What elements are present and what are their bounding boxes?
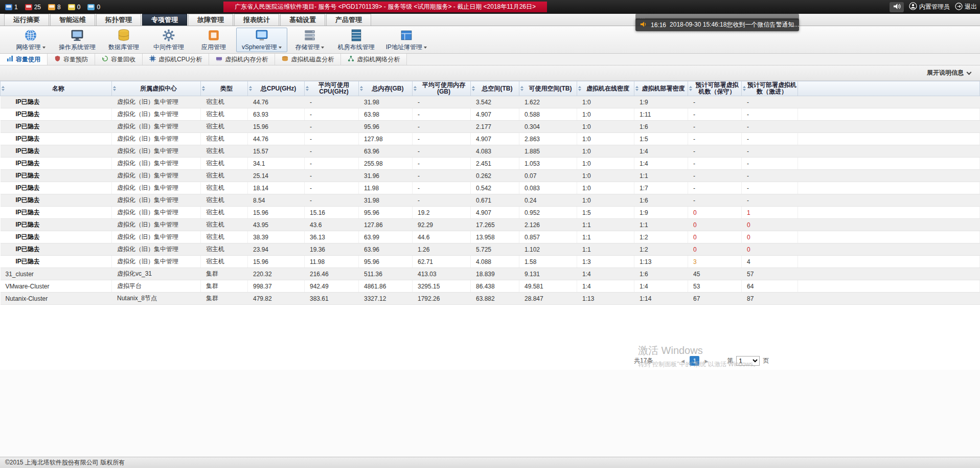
table-row[interactable]: IP已隐去虚拟化（旧）集中管理宿主机34.1-255.98-2.4511.053… [1,158,980,170]
subtab-vm-net[interactable]: 虚拟机网络分析 [341,54,407,65]
subtab-vm-disk[interactable]: 虚拟机磁盘分析 [275,54,341,65]
column-header[interactable]: 所属虚拟中心 [112,81,201,96]
data-cell: 3 [688,256,742,268]
alarm-count: 25 [34,4,41,11]
alarm-counter-critical-alarms[interactable]: 25 [25,4,41,11]
subtab-capacity-usage[interactable]: 容量使用 [0,54,48,65]
data-cell: 92.29 [413,219,471,231]
filler-cell [798,96,980,108]
data-cell: 34.1 [248,158,305,170]
name-cell: IP已隐去 [1,243,112,256]
toolbar-item-vsphere[interactable]: vSphere管理 [236,28,287,52]
topbar: 125800 广东省人民医院运维软件项目- 服务号 <PGD1701139> -… [0,0,980,14]
column-header[interactable]: 名称 [1,81,112,96]
data-cell: 3295.15 [413,280,471,293]
middleware-icon [162,29,175,42]
table-row[interactable]: IP已隐去虚拟化（旧）集中管理宿主机43.9543.6127.8692.2917… [1,219,980,231]
next-page-button[interactable]: ► [701,358,712,364]
caret-down-icon [42,47,45,49]
table-row[interactable]: IP已隐去虚拟化（旧）集中管理宿主机38.3936.1363.9944.613.… [1,231,980,243]
toolbar-item-os[interactable]: 操作系统管理 [53,28,101,52]
menu-tab-intelligent-ops[interactable]: 智能运维 [50,14,95,26]
table-row[interactable]: Nutanix-ClusterNutanix_8节点集群479.82383.61… [1,293,980,305]
menu-tab-run-summary[interactable]: 运行摘要 [4,14,49,26]
column-header[interactable]: 平均可使用CPU(GHz) [305,81,359,96]
column-header[interactable]: 预计可部署虚拟机数（激进） [742,81,798,96]
sort-icon [414,86,417,91]
subtab-vm-cpu[interactable]: 虚拟机CPU分析 [143,54,209,65]
data-cell: 1:14 [634,293,688,305]
column-label: 平均可使用内存(GB) [422,81,465,95]
user-menu[interactable]: 内置管理员 [909,2,950,12]
alarm-counter-minor-alarms[interactable]: 0 [68,4,81,11]
data-cell: - [413,194,471,207]
data-cell: 95.96 [359,121,413,133]
toolbar-item-database[interactable]: 数据库管理 [101,28,146,52]
column-header[interactable]: 总空间(TB) [471,81,519,96]
column-header[interactable]: 虚拟机在线密度 [577,81,634,96]
data-cell: 1.58 [519,256,577,268]
page-select[interactable]: 1 [736,356,760,366]
filler-cell [798,280,980,293]
column-header[interactable]: 虚拟机部署密度 [634,81,688,96]
current-page-button[interactable]: 1 [690,356,699,366]
table-row[interactable]: IP已隐去虚拟化（旧）集中管理宿主机15.9615.1695.9619.24.9… [1,207,980,219]
speaker-button[interactable] [890,2,904,12]
data-cell: 479.82 [248,293,305,305]
data-cell: 1:11 [634,108,688,121]
menu-tab-fault-mgmt[interactable]: 故障管理 [188,14,233,26]
menu-tab-basic-settings[interactable]: 基础设置 [280,14,325,26]
data-cell: 1:3 [577,256,634,268]
toolbar-item-app[interactable]: 应用管理 [191,28,236,52]
notification-toast[interactable]: 16:16 2018-09-30 15:46:18您收到一个微信告警通知... [635,18,799,31]
prev-page-button[interactable]: ◄ [677,358,688,364]
alarm-counter-info-alarms[interactable]: 0 [87,4,100,11]
data-cell: 28.847 [519,293,577,305]
table-row[interactable]: 31_cluster虚拟化vc_31集群220.32216.46511.3641… [1,268,980,280]
column-header[interactable]: 平均可使用内存(GB) [413,81,471,96]
expand-info-link[interactable]: 展开说明信息 [927,69,971,77]
toolbar-item-middleware[interactable]: 中间件管理 [146,28,191,52]
column-header[interactable]: 可使用空间(TB) [519,81,577,96]
logout-button[interactable]: 退出 [955,3,977,12]
column-header[interactable]: 类型 [201,81,248,96]
subtab-capacity-recycle[interactable]: 容量回收 [95,54,143,65]
column-header[interactable]: 总内存(GB) [359,81,413,96]
toolbar-item-storage[interactable]: 存储管理 [287,28,332,52]
menu-tab-report-stats[interactable]: 报表统计 [234,14,279,26]
table-row[interactable]: IP已隐去虚拟化（旧）集中管理宿主机44.76-31.98-3.5421.622… [1,96,980,108]
data-cell: - [742,96,798,108]
alarm-counter-device-events[interactable]: 1 [5,4,18,11]
name-cell: Nutanix-Cluster [1,293,112,305]
data-cell: 3327.12 [359,293,413,305]
data-cell: 1:4 [577,268,634,280]
data-cell: 1:2 [634,231,688,243]
table-row[interactable]: IP已隐去虚拟化（旧）集中管理宿主机63.93-63.98-4.9070.588… [1,108,980,121]
table-row[interactable]: IP已隐去虚拟化（旧）集中管理宿主机44.76-127.98-4.9072.86… [1,133,980,145]
table-row[interactable]: IP已隐去虚拟化（旧）集中管理宿主机25.14-31.96-0.2620.071… [1,170,980,182]
column-header[interactable]: 总CPU(GHz) [248,81,305,96]
project-banner: 广东省人民医院运维软件项目- 服务号 <PGD1701139> - 服务等级 <… [223,2,547,12]
data-cell: 4861.86 [359,280,413,293]
table-row[interactable]: IP已隐去虚拟化（旧）集中管理宿主机23.9419.3663.961.265.7… [1,243,980,256]
data-cell: 0.857 [519,231,577,243]
toolbar-item-ipbook[interactable]: IP地址簿管理 [380,28,432,52]
alarm-counter-major-alarms[interactable]: 8 [48,4,61,11]
table-row[interactable]: IP已隐去虚拟化（旧）集中管理宿主机15.96-95.96-2.1770.304… [1,121,980,133]
table-row[interactable]: IP已隐去虚拟化（旧）集中管理宿主机15.57-63.96-4.0831.885… [1,145,980,158]
toolbar-item-network[interactable]: 网络管理 [8,28,53,52]
toolbar-item-rack[interactable]: 机房布线管理 [332,28,380,52]
subtab-capacity-prevent[interactable]: 容量预防 [48,54,95,65]
table-row[interactable]: VMware-Cluster虚拟平台集群998.37942.494861.863… [1,280,980,293]
menu-tab-product-mgmt[interactable]: 产品管理 [326,14,371,26]
menu-tab-special-mgmt[interactable]: 专项管理 [142,14,187,26]
data-cell: - [742,182,798,194]
table-row[interactable]: IP已隐去虚拟化（旧）集中管理宿主机15.9611.9895.9662.714.… [1,256,980,268]
data-cell: Nutanix_8节点 [112,293,201,305]
table-row[interactable]: IP已隐去虚拟化（旧）集中管理宿主机18.14-11.98-0.5420.083… [1,182,980,194]
subtab-vm-mem[interactable]: 虚拟机内存分析 [209,54,275,65]
column-label: 总内存(GB) [372,85,404,92]
table-row[interactable]: IP已隐去虚拟化（旧）集中管理宿主机8.54-31.98-0.6710.241:… [1,194,980,207]
menu-tab-topology-mgmt[interactable]: 拓扑管理 [96,14,141,26]
column-header[interactable]: 预计可部署虚拟机数（保守） [688,81,742,96]
